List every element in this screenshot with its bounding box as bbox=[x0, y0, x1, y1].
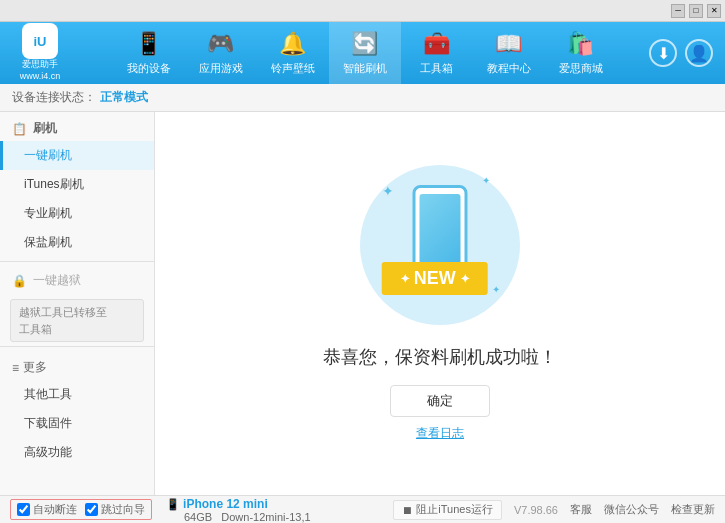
download-button[interactable]: ⬇ bbox=[649, 39, 677, 67]
sparkle-1: ✦ bbox=[382, 183, 394, 199]
nav-item-mall[interactable]: 🛍️ 爱思商城 bbox=[545, 22, 617, 84]
device-storage: 64GB bbox=[184, 511, 212, 523]
sparkle-3: ✦ bbox=[492, 284, 500, 295]
nav-item-my-device[interactable]: 📱 我的设备 bbox=[113, 22, 185, 84]
sidebar-item-advanced[interactable]: 高级功能 bbox=[0, 438, 154, 467]
nav-item-apps-games[interactable]: 🎮 应用游戏 bbox=[185, 22, 257, 84]
sidebar-item-other-tools[interactable]: 其他工具 bbox=[0, 380, 154, 409]
minimize-button[interactable]: ─ bbox=[671, 4, 685, 18]
nav-item-tutorial[interactable]: 📖 教程中心 bbox=[473, 22, 545, 84]
flash-section-icon: 📋 bbox=[12, 122, 27, 136]
check-update-link[interactable]: 检查更新 bbox=[671, 502, 715, 517]
maximize-button[interactable]: □ bbox=[689, 4, 703, 18]
account-button[interactable]: 👤 bbox=[685, 39, 713, 67]
status-bar: 设备连接状态： 正常模式 bbox=[0, 84, 725, 112]
sidebar-item-itunes-flash[interactable]: iTunes刷机 bbox=[0, 170, 154, 199]
star-left-icon: ✦ bbox=[400, 272, 410, 286]
stop-itunes-button[interactable]: ⏹ 阻止iTunes运行 bbox=[393, 500, 502, 520]
nav-item-smart-flash[interactable]: 🔄 智能刷机 bbox=[329, 22, 401, 84]
main-content: ✦ ✦ ✦ ✦ NEW ✦ 恭喜您，保资料刷机成功啦！ 确定 查看日志 bbox=[155, 112, 725, 495]
star-right-icon: ✦ bbox=[460, 272, 470, 286]
sidebar: 📋 刷机 一键刷机 iTunes刷机 专业刷机 保盐刷机 🔒 一键越狱 越狱工具… bbox=[0, 112, 155, 495]
skip-wizard-input[interactable] bbox=[85, 503, 98, 516]
status-label: 设备连接状态： bbox=[12, 89, 96, 106]
version-label: V7.98.66 bbox=[514, 504, 558, 516]
window-controls: ─ □ ✕ bbox=[671, 4, 721, 18]
flash-icon: 🔄 bbox=[351, 31, 378, 57]
logo-icon: iU bbox=[22, 23, 58, 59]
logo-text: 爱思助手 www.i4.cn bbox=[20, 59, 61, 82]
auto-close-input[interactable] bbox=[17, 503, 30, 516]
close-button[interactable]: ✕ bbox=[707, 4, 721, 18]
main-area: 📋 刷机 一键刷机 iTunes刷机 专业刷机 保盐刷机 🔒 一键越狱 越狱工具… bbox=[0, 112, 725, 495]
nav-right: ⬇ 👤 bbox=[649, 39, 725, 67]
device-name: iPhone 12 mini bbox=[183, 497, 268, 511]
nav-item-toolbox[interactable]: 🧰 工具箱 bbox=[401, 22, 473, 84]
wechat-public-link[interactable]: 微信公众号 bbox=[604, 502, 659, 517]
bottom-bar: 自动断连 跳过向导 📱 iPhone 12 mini 64GB Down-12m… bbox=[0, 495, 725, 523]
bottom-left: 自动断连 跳过向导 📱 iPhone 12 mini 64GB Down-12m… bbox=[10, 497, 385, 523]
sidebar-divider-2 bbox=[0, 346, 154, 347]
device-icon: 📱 bbox=[135, 31, 162, 57]
status-value: 正常模式 bbox=[100, 89, 148, 106]
sidebar-item-pro-flash[interactable]: 专业刷机 bbox=[0, 199, 154, 228]
mall-icon: 🛍️ bbox=[567, 31, 594, 57]
top-nav: iU 爱思助手 www.i4.cn 📱 我的设备 🎮 应用游戏 🔔 铃声壁纸 🔄… bbox=[0, 22, 725, 84]
new-text: NEW bbox=[414, 268, 456, 289]
jailbreak-note: 越狱工具已转移至 工具箱 bbox=[10, 299, 144, 342]
sidebar-item-save-flash[interactable]: 保盐刷机 bbox=[0, 228, 154, 257]
phone-illustration: ✦ ✦ ✦ ✦ NEW ✦ bbox=[360, 165, 520, 325]
sidebar-divider-1 bbox=[0, 261, 154, 262]
new-ribbon: ✦ NEW ✦ bbox=[382, 262, 488, 295]
go-home-link[interactable]: 查看日志 bbox=[416, 425, 464, 442]
device-icon: 📱 bbox=[166, 498, 180, 510]
toolbox-icon: 🧰 bbox=[423, 31, 450, 57]
more-icon: ≡ bbox=[12, 361, 19, 375]
customer-service-link[interactable]: 客服 bbox=[570, 502, 592, 517]
phone-screen bbox=[420, 194, 461, 264]
sidebar-section-more: ≡ 更多 bbox=[0, 351, 154, 380]
sidebar-section-jailbreak: 🔒 一键越狱 bbox=[0, 266, 154, 295]
device-model: Down-12mini-13,1 bbox=[221, 511, 310, 523]
success-message: 恭喜您，保资料刷机成功啦！ bbox=[323, 345, 557, 369]
device-info: 📱 iPhone 12 mini 64GB Down-12mini-13,1 bbox=[166, 497, 311, 523]
tutorial-icon: 📖 bbox=[495, 31, 522, 57]
sidebar-item-download-firmware[interactable]: 下载固件 bbox=[0, 409, 154, 438]
confirm-button[interactable]: 确定 bbox=[390, 385, 490, 417]
skip-wizard-checkbox[interactable]: 跳过向导 bbox=[85, 502, 145, 517]
logo[interactable]: iU 爱思助手 www.i4.cn bbox=[0, 23, 80, 82]
sidebar-item-one-click-flash[interactable]: 一键刷机 bbox=[0, 141, 154, 170]
stop-icon: ⏹ bbox=[402, 504, 413, 516]
apps-icon: 🎮 bbox=[207, 31, 234, 57]
nav-items: 📱 我的设备 🎮 应用游戏 🔔 铃声壁纸 🔄 智能刷机 🧰 工具箱 📖 教程中心… bbox=[80, 22, 649, 84]
nav-item-ringtones[interactable]: 🔔 铃声壁纸 bbox=[257, 22, 329, 84]
sparkle-2: ✦ bbox=[482, 175, 490, 186]
ringtone-icon: 🔔 bbox=[279, 31, 306, 57]
lock-icon: 🔒 bbox=[12, 274, 27, 288]
sidebar-section-flash: 📋 刷机 bbox=[0, 112, 154, 141]
title-bar: ─ □ ✕ bbox=[0, 0, 725, 22]
bottom-right: ⏹ 阻止iTunes运行 V7.98.66 客服 微信公众号 检查更新 bbox=[393, 500, 715, 520]
auto-close-checkbox[interactable]: 自动断连 bbox=[17, 502, 77, 517]
